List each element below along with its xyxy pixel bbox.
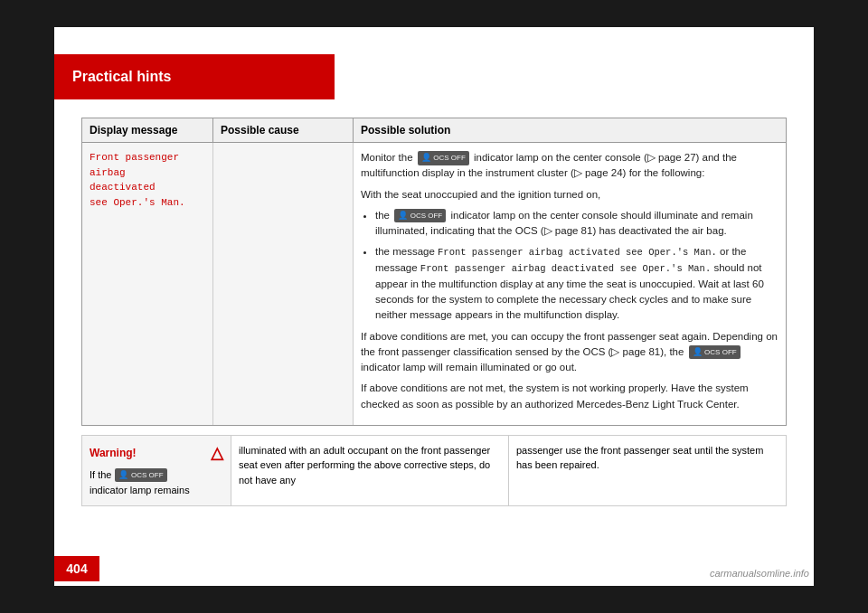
header-bar: Practical hints <box>54 54 335 99</box>
main-content: Display message Possible cause Possible … <box>81 118 787 523</box>
table-header: Display message Possible cause Possible … <box>82 118 786 143</box>
warning-title: Warning! △ <box>90 443 223 463</box>
solution-para2: With the seat unoccupied and the ignitio… <box>361 187 778 203</box>
col-header-display: Display message <box>82 118 213 142</box>
solution-para1: Monitor the 👤 OCS OFF indicator lamp on … <box>361 150 778 182</box>
ocs-icon-1: 👤 OCS OFF <box>418 151 469 165</box>
warning-section: Warning! △ If the 👤 OCS OFF indicator la… <box>81 435 787 506</box>
mono-msg-1: Front passenger airbag activated see Ope… <box>438 247 717 258</box>
warning-triangle-icon: △ <box>211 443 223 463</box>
watermark: carmanualsomline.info <box>710 568 809 579</box>
page-number: 404 <box>54 556 99 581</box>
mono-msg-2: Front passenger airbag deactivated see O… <box>420 263 711 274</box>
warning-box: Warning! △ If the 👤 OCS OFF indicator la… <box>82 436 231 505</box>
ocs-icon-2: 👤 OCS OFF <box>394 209 446 223</box>
ocs-icon-warning: 👤 OCS OFF <box>115 468 166 482</box>
bullet-2: the message Front passenger airbag activ… <box>375 244 778 323</box>
solution-para4: If above conditions are not met, the sys… <box>361 381 778 412</box>
cell-display-message: Front passengerairbagdeactivatedsee Oper… <box>82 143 213 425</box>
bullet-1: the 👤 OCS OFF indicator lamp on the cent… <box>375 208 778 240</box>
col-header-solution: Possible solution <box>354 118 786 142</box>
col-header-cause: Possible cause <box>213 118 354 142</box>
solution-para3: If above conditions are met, you can occ… <box>361 329 778 376</box>
table-body: Front passengerairbagdeactivatedsee Oper… <box>82 143 786 425</box>
cell-possible-cause <box>213 143 354 425</box>
warning-text-right: passenger use the front passenger seat u… <box>509 436 786 505</box>
main-table: Display message Possible cause Possible … <box>81 118 787 426</box>
ocs-icon-3: 👤 OCS OFF <box>689 345 741 360</box>
page-title: Practical hints <box>72 69 171 85</box>
cell-possible-solution: Monitor the 👤 OCS OFF indicator lamp on … <box>354 143 786 425</box>
warning-text-middle: illuminated with an adult occupant on th… <box>231 436 509 505</box>
solution-bullets: the 👤 OCS OFF indicator lamp on the cent… <box>375 208 778 324</box>
warning-text-left: If the 👤 OCS OFF indicator lamp remains <box>90 468 223 498</box>
